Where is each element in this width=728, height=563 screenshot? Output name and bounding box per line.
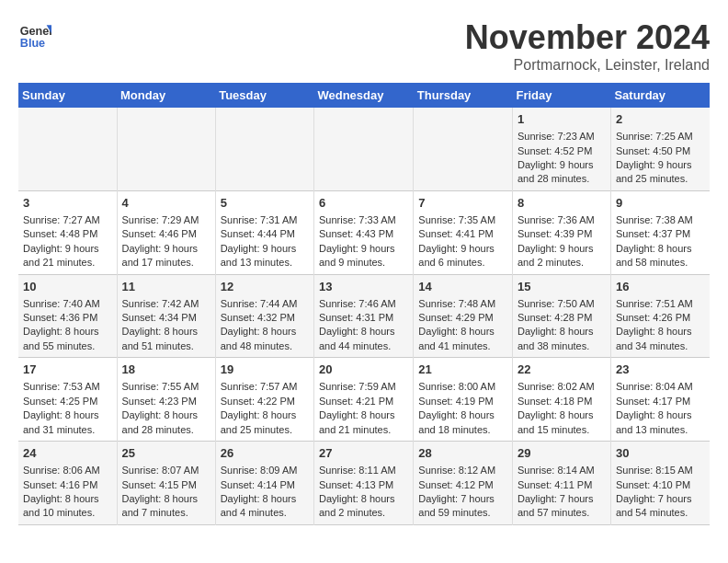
calendar-cell: 26Sunrise: 8:09 AM Sunset: 4:14 PM Dayli… [215, 442, 313, 525]
day-info: Sunrise: 7:50 AM Sunset: 4:28 PM Dayligh… [518, 297, 606, 354]
calendar-cell: 15Sunrise: 7:50 AM Sunset: 4:28 PM Dayli… [512, 274, 610, 358]
month-title: November 2024 [465, 18, 710, 57]
day-number: 21 [418, 362, 507, 378]
calendar-cell: 2Sunrise: 7:25 AM Sunset: 4:50 PM Daylig… [610, 108, 710, 190]
day-number: 9 [616, 195, 705, 212]
day-info: Sunrise: 8:07 AM Sunset: 4:15 PM Dayligh… [122, 464, 210, 521]
calendar-cell: 21Sunrise: 8:00 AM Sunset: 4:19 PM Dayli… [414, 358, 513, 442]
day-number: 27 [319, 445, 408, 462]
day-info: Sunrise: 7:59 AM Sunset: 4:21 PM Dayligh… [319, 380, 408, 437]
day-number: 2 [616, 111, 705, 128]
day-info: Sunrise: 7:27 AM Sunset: 4:48 PM Dayligh… [23, 213, 112, 270]
day-number: 30 [616, 445, 705, 462]
calendar-cell: 10Sunrise: 7:40 AM Sunset: 4:36 PM Dayli… [18, 274, 117, 358]
calendar-cell: 30Sunrise: 8:15 AM Sunset: 4:10 PM Dayli… [610, 442, 710, 525]
day-info: Sunrise: 7:31 AM Sunset: 4:44 PM Dayligh… [221, 213, 309, 270]
page-header: General Blue November 2024 Portmarnock, … [18, 18, 710, 74]
calendar-cell [18, 108, 117, 190]
day-info: Sunrise: 7:44 AM Sunset: 4:32 PM Dayligh… [221, 297, 309, 354]
weekday-header-monday: Monday [117, 83, 215, 108]
day-number: 12 [221, 279, 309, 295]
calendar-table: SundayMondayTuesdayWednesdayThursdayFrid… [18, 83, 710, 525]
calendar-cell: 18Sunrise: 7:55 AM Sunset: 4:23 PM Dayli… [117, 358, 215, 442]
day-info: Sunrise: 8:15 AM Sunset: 4:10 PM Dayligh… [616, 464, 705, 521]
calendar-cell: 14Sunrise: 7:48 AM Sunset: 4:29 PM Dayli… [414, 274, 513, 358]
day-number: 4 [122, 195, 210, 212]
week-row-3: 10Sunrise: 7:40 AM Sunset: 4:36 PM Dayli… [18, 274, 710, 358]
calendar-cell: 20Sunrise: 7:59 AM Sunset: 4:21 PM Dayli… [313, 358, 413, 442]
calendar-cell: 29Sunrise: 8:14 AM Sunset: 4:11 PM Dayli… [512, 442, 610, 525]
calendar-cell: 11Sunrise: 7:42 AM Sunset: 4:34 PM Dayli… [117, 274, 215, 358]
day-info: Sunrise: 7:29 AM Sunset: 4:46 PM Dayligh… [122, 213, 210, 270]
day-number: 22 [518, 362, 606, 378]
day-number: 11 [122, 279, 210, 295]
calendar-cell: 17Sunrise: 7:53 AM Sunset: 4:25 PM Dayli… [18, 358, 117, 442]
day-info: Sunrise: 8:00 AM Sunset: 4:19 PM Dayligh… [418, 380, 507, 437]
calendar-cell: 7Sunrise: 7:35 AM Sunset: 4:41 PM Daylig… [414, 190, 513, 274]
calendar-cell: 13Sunrise: 7:46 AM Sunset: 4:31 PM Dayli… [313, 274, 413, 358]
day-number: 15 [518, 279, 606, 295]
calendar-cell: 25Sunrise: 8:07 AM Sunset: 4:15 PM Dayli… [117, 442, 215, 525]
calendar-cell: 8Sunrise: 7:36 AM Sunset: 4:39 PM Daylig… [512, 190, 610, 274]
day-info: Sunrise: 7:53 AM Sunset: 4:25 PM Dayligh… [23, 380, 112, 437]
day-info: Sunrise: 7:38 AM Sunset: 4:37 PM Dayligh… [616, 213, 705, 270]
day-number: 13 [319, 279, 408, 295]
day-number: 29 [518, 445, 606, 462]
week-row-2: 3Sunrise: 7:27 AM Sunset: 4:48 PM Daylig… [18, 190, 710, 274]
day-info: Sunrise: 7:36 AM Sunset: 4:39 PM Dayligh… [518, 213, 606, 270]
calendar-cell: 24Sunrise: 8:06 AM Sunset: 4:16 PM Dayli… [18, 442, 117, 525]
day-info: Sunrise: 8:11 AM Sunset: 4:13 PM Dayligh… [319, 464, 408, 521]
day-number: 8 [518, 195, 606, 212]
calendar-cell: 19Sunrise: 7:57 AM Sunset: 4:22 PM Dayli… [215, 358, 313, 442]
calendar-cell: 12Sunrise: 7:44 AM Sunset: 4:32 PM Dayli… [215, 274, 313, 358]
week-row-1: 1Sunrise: 7:23 AM Sunset: 4:52 PM Daylig… [18, 108, 710, 190]
day-number: 7 [418, 195, 507, 212]
calendar-cell [414, 108, 513, 190]
day-number: 24 [23, 445, 112, 462]
day-info: Sunrise: 7:40 AM Sunset: 4:36 PM Dayligh… [23, 297, 112, 354]
day-info: Sunrise: 7:23 AM Sunset: 4:52 PM Dayligh… [518, 130, 606, 187]
day-number: 28 [418, 445, 507, 462]
day-info: Sunrise: 7:35 AM Sunset: 4:41 PM Dayligh… [418, 213, 507, 270]
weekday-header-thursday: Thursday [414, 83, 513, 108]
day-info: Sunrise: 7:48 AM Sunset: 4:29 PM Dayligh… [418, 297, 507, 354]
calendar-cell: 3Sunrise: 7:27 AM Sunset: 4:48 PM Daylig… [18, 190, 117, 274]
title-section: November 2024 Portmarnock, Leinster, Ire… [465, 18, 710, 74]
weekday-header-wednesday: Wednesday [313, 83, 413, 108]
day-number: 6 [319, 195, 408, 212]
calendar-cell: 27Sunrise: 8:11 AM Sunset: 4:13 PM Dayli… [313, 442, 413, 525]
calendar-cell: 28Sunrise: 8:12 AM Sunset: 4:12 PM Dayli… [414, 442, 513, 525]
calendar-cell: 22Sunrise: 8:02 AM Sunset: 4:18 PM Dayli… [512, 358, 610, 442]
svg-text:Blue: Blue [20, 37, 45, 50]
logo-icon: General Blue [18, 18, 51, 52]
day-number: 14 [418, 279, 507, 295]
calendar-cell: 5Sunrise: 7:31 AM Sunset: 4:44 PM Daylig… [215, 190, 313, 274]
calendar-cell [313, 108, 413, 190]
day-info: Sunrise: 7:25 AM Sunset: 4:50 PM Dayligh… [616, 130, 705, 187]
weekday-header-tuesday: Tuesday [215, 83, 313, 108]
day-info: Sunrise: 7:33 AM Sunset: 4:43 PM Dayligh… [319, 213, 408, 270]
calendar-cell [215, 108, 313, 190]
day-number: 1 [518, 111, 606, 128]
day-info: Sunrise: 7:42 AM Sunset: 4:34 PM Dayligh… [122, 297, 210, 354]
day-number: 20 [319, 362, 408, 378]
day-info: Sunrise: 7:46 AM Sunset: 4:31 PM Dayligh… [319, 297, 408, 354]
day-info: Sunrise: 8:06 AM Sunset: 4:16 PM Dayligh… [23, 464, 112, 521]
weekday-header-sunday: Sunday [18, 83, 117, 108]
weekday-header-saturday: Saturday [610, 83, 710, 108]
day-info: Sunrise: 8:09 AM Sunset: 4:14 PM Dayligh… [221, 464, 309, 521]
calendar-cell: 6Sunrise: 7:33 AM Sunset: 4:43 PM Daylig… [313, 190, 413, 274]
logo: General Blue [18, 18, 51, 52]
calendar-cell: 4Sunrise: 7:29 AM Sunset: 4:46 PM Daylig… [117, 190, 215, 274]
day-number: 3 [23, 195, 112, 212]
day-info: Sunrise: 7:55 AM Sunset: 4:23 PM Dayligh… [122, 380, 210, 437]
day-info: Sunrise: 7:51 AM Sunset: 4:26 PM Dayligh… [616, 297, 705, 354]
calendar-cell: 1Sunrise: 7:23 AM Sunset: 4:52 PM Daylig… [512, 108, 610, 190]
day-number: 26 [221, 445, 309, 462]
weekday-header-friday: Friday [512, 83, 610, 108]
day-info: Sunrise: 8:02 AM Sunset: 4:18 PM Dayligh… [518, 380, 606, 437]
day-number: 10 [23, 279, 112, 295]
calendar-cell [117, 108, 215, 190]
day-info: Sunrise: 8:04 AM Sunset: 4:17 PM Dayligh… [616, 380, 705, 437]
day-number: 5 [221, 195, 309, 212]
